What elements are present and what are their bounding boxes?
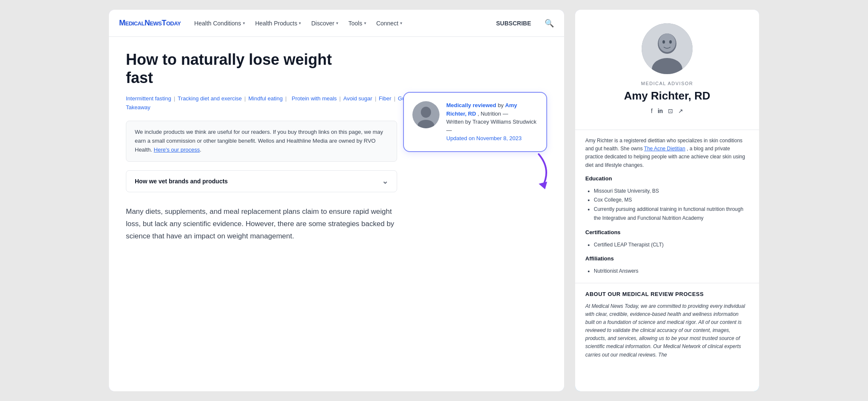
article-title: How to naturally lose weight fast [126,50,363,87]
navbar: MedicalNewsToday Health Conditions ▾ Hea… [109,10,564,37]
about-title: ABOUT OUR MEDICAL REVIEW PROCESS [585,290,749,299]
list-item: Currently pursuing additional training i… [594,205,749,223]
search-icon[interactable]: 🔍 [545,19,554,28]
list-item: Cox College, MS [594,196,749,205]
about-body: At Medical News Today, we are committed … [585,303,745,358]
vet-brands-label: How we vet brands and products [135,178,228,185]
nav-discover[interactable]: Discover ▾ [311,20,338,27]
subscribe-button[interactable]: SUBSCRIBE [496,20,531,27]
arrow-decoration [403,152,547,190]
rp-advisor-name: Amy Richter, RD [624,89,710,102]
rp-social-links: f in ⊡ ↗ [651,108,683,114]
list-item: Nutritionist Answers [594,267,749,276]
nav-tracking-diet[interactable]: Tracking diet and exercise [178,95,242,102]
author-avatar [412,101,440,128]
site-logo[interactable]: MedicalNewsToday [119,19,181,28]
affiliations-section-title: Affiliations [585,254,749,263]
nav-items: Health Conditions ▾ Health Products ▾ Di… [194,20,482,27]
acne-dietitian-link[interactable]: The Acne Dietitian [644,146,685,152]
nav-mindful-eating[interactable]: Mindful eating [248,95,283,102]
nav-fiber[interactable]: Fiber [379,95,392,102]
rp-avatar [642,23,693,74]
education-section-title: Education [585,174,749,183]
nav-health-conditions[interactable]: Health Conditions ▾ [194,20,245,27]
right-panel: MEDICAL ADVISOR Amy Richter, RD f in ⊡ ↗… [574,8,760,393]
nav-intermittent-fasting[interactable]: Intermittent fasting [126,95,171,102]
rp-role-label: MEDICAL ADVISOR [641,81,693,86]
external-link-icon[interactable]: ↗ [678,108,683,114]
rp-about-section: ABOUT OUR MEDICAL REVIEW PROCESS At Medi… [575,283,759,366]
chevron-down-icon: ▾ [243,21,245,25]
chevron-down-icon: ▾ [299,21,301,25]
main-content: How to naturally lose weight fast Interm… [109,37,564,391]
rp-bio-section: Amy Richter is a registered dietitian wh… [575,130,759,283]
certifications-section-title: Certifications [585,228,749,237]
nav-takeaway[interactable]: Takeaway [126,104,150,111]
affiliations-list: Nutritionist Answers [585,267,749,276]
nav-health-products[interactable]: Health Products ▾ [255,20,301,27]
chevron-down-icon: ▾ [336,21,338,25]
updated-date: Updated on November 8, 2023 [446,135,522,141]
chevron-down-icon: ⌄ [382,177,388,186]
svg-point-8 [662,40,665,44]
rp-avatar-section: MEDICAL ADVISOR Amy Richter, RD f in ⊡ ↗ [575,10,759,130]
linkedin-icon[interactable]: in [658,108,663,114]
education-list: Missouri State University, BS Cox Colleg… [585,187,749,223]
svg-point-9 [669,40,672,44]
author-box: Medically reviewed by Amy Richter, RD , … [403,92,547,152]
author-text: Medically reviewed by Amy Richter, RD , … [446,101,538,143]
article-body: Many diets, supplements, and meal replac… [126,206,397,243]
disclosure-box: We include products we think are useful … [126,121,397,161]
svg-point-1 [421,107,431,118]
svg-point-7 [659,33,676,52]
medically-reviewed-label: Medically reviewed [446,102,496,108]
list-item: Certified LEAP Therapist (CLT) [594,241,749,250]
process-link[interactable]: Here's our process [154,147,200,153]
author-box-container: Medically reviewed by Amy Richter, RD , … [403,92,547,190]
rp-content: MEDICAL ADVISOR Amy Richter, RD f in ⊡ ↗… [575,10,759,391]
nav-connect[interactable]: Connect ▾ [376,20,402,27]
vet-brands-accordion[interactable]: How we vet brands and products ⌄ [126,170,397,192]
facebook-icon[interactable]: f [651,108,653,114]
nav-tools[interactable]: Tools ▾ [348,20,366,27]
svg-marker-3 [539,182,547,189]
nav-avoid-sugar[interactable]: Avoid sugar [343,95,372,102]
chevron-down-icon: ▾ [400,21,402,25]
instagram-icon[interactable]: ⊡ [668,108,673,114]
list-item: Missouri State University, BS [594,187,749,196]
nav-protein[interactable]: Protein with meals [292,95,337,102]
left-panel: MedicalNewsToday Health Conditions ▾ Hea… [108,8,565,393]
certifications-list: Certified LEAP Therapist (CLT) [585,241,749,250]
chevron-down-icon: ▾ [364,21,366,25]
